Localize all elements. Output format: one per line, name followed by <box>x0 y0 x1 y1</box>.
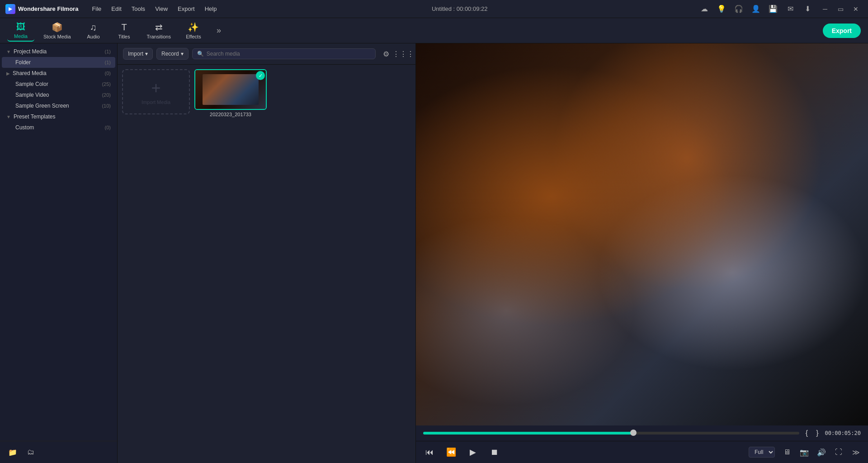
media-tab[interactable]: 🖼 Media <box>7 20 34 42</box>
export-button[interactable]: Export <box>823 24 861 38</box>
custom-count: (0) <box>105 125 111 130</box>
menu-bar: File Edit Tools View Export Help <box>87 4 221 14</box>
menu-help[interactable]: Help <box>200 4 222 14</box>
save-icon[interactable]: 💾 <box>767 3 779 15</box>
close-button[interactable]: ✕ <box>849 2 863 16</box>
import-dropdown-arrow[interactable]: ▾ <box>145 51 148 57</box>
filter-button[interactable]: ⚙ <box>379 47 393 61</box>
transitions-tab[interactable]: ⇄ Transitions <box>142 20 176 41</box>
effects-label: Effects <box>186 34 201 39</box>
folder-item[interactable]: Folder (1) <box>2 57 115 68</box>
audio-tab[interactable]: ♫ Audio <box>80 20 107 41</box>
avatar-icon[interactable]: 👤 <box>750 3 762 15</box>
sample-color-label: Sample Color <box>15 81 102 87</box>
audio-icon: ♫ <box>90 22 97 33</box>
app-name: Wondershare Filmora <box>18 5 78 12</box>
transitions-icon: ⇄ <box>155 22 163 33</box>
preview-progress-bar-container: { } 00:00:05:20 <box>416 425 868 441</box>
media-filename: 20220323_201733 <box>194 112 267 117</box>
time-display: 00:00:05:20 <box>825 430 861 436</box>
project-media-count: (1) <box>105 49 111 54</box>
download-icon[interactable]: ⬇ <box>801 3 814 15</box>
folder-count: (1) <box>105 60 111 65</box>
effects-tab[interactable]: ✨ Effects <box>180 20 207 41</box>
custom-label: Custom <box>15 124 105 131</box>
more-icon[interactable]: ≫ <box>849 445 863 459</box>
record-label: Record <box>161 51 179 57</box>
effects-icon: ✨ <box>188 22 199 33</box>
record-dropdown-arrow[interactable]: ▾ <box>181 51 184 57</box>
topbar-icons: ☁ 💡 🎧 👤 💾 ✉ ⬇ <box>698 3 814 15</box>
cloud-icon[interactable]: ☁ <box>698 3 711 15</box>
play-button[interactable]: ▶ <box>465 444 481 460</box>
more-tools-button[interactable]: » <box>211 23 227 39</box>
progress-fill <box>423 432 634 435</box>
stock-media-label: Stock Media <box>43 34 71 39</box>
menu-export[interactable]: Export <box>173 4 199 14</box>
shared-media-count: (0) <box>105 71 111 76</box>
record-button[interactable]: Record ▾ <box>156 48 189 60</box>
maximize-button[interactable]: ▭ <box>834 2 847 16</box>
import-placeholder[interactable]: + Import Media <box>122 69 190 114</box>
topbar: ▶ Wondershare Filmora File Edit Tools Vi… <box>0 0 868 18</box>
media-thumbnail[interactable]: ✓ 20220323_201733 <box>194 69 267 117</box>
menu-file[interactable]: File <box>87 4 106 14</box>
sample-color-item[interactable]: Sample Color (25) <box>2 79 115 90</box>
left-panel-footer: 📁 🗂 <box>0 441 117 463</box>
app-icon: ▶ <box>5 4 15 14</box>
titles-icon: T <box>121 22 127 33</box>
media-icon: 🖼 <box>16 22 25 32</box>
project-media-item[interactable]: ▼ Project Media (1) <box>2 46 115 57</box>
titles-tab[interactable]: T Titles <box>111 20 138 41</box>
sample-green-screen-count: (10) <box>102 103 111 109</box>
titles-label: Titles <box>118 34 130 39</box>
playback-controls: ⏮ ⏪ ▶ ⏹ Full 🖥 📷 🔊 ⛶ ≫ <box>416 441 868 463</box>
progress-thumb[interactable] <box>630 430 637 436</box>
shared-media-item[interactable]: ▶ Shared Media (0) <box>2 68 115 79</box>
preset-templates-item[interactable]: ▼ Preset Templates <box>2 111 115 122</box>
delete-folder-button[interactable]: 🗂 <box>24 445 38 459</box>
out-point-button[interactable]: } <box>814 428 820 438</box>
sample-color-count: (25) <box>102 81 111 87</box>
folder-label: Folder <box>15 59 105 66</box>
screenshot-icon[interactable]: 📷 <box>797 445 811 459</box>
sample-video-item[interactable]: Sample Video (20) <box>2 90 115 100</box>
search-input[interactable] <box>207 51 371 57</box>
step-back-button[interactable]: ⏪ <box>443 444 459 460</box>
bulb-icon[interactable]: 💡 <box>715 3 728 15</box>
in-point-button[interactable]: { <box>804 428 810 438</box>
preset-templates-label: Preset Templates <box>14 113 111 120</box>
menu-edit[interactable]: Edit <box>107 4 126 14</box>
grid-view-button[interactable]: ⋮⋮⋮ <box>396 47 410 61</box>
left-panel: ▼ Project Media (1) Folder (1) ▶ Shared … <box>0 43 118 463</box>
progress-bar[interactable] <box>423 432 799 435</box>
minimize-button[interactable]: ─ <box>818 2 832 16</box>
mail-icon[interactable]: ✉ <box>784 3 797 15</box>
preview-video <box>416 43 868 425</box>
preset-expand-arrow: ▼ <box>6 114 11 119</box>
import-media-text: Import Media <box>142 99 170 105</box>
import-button[interactable]: Import ▾ <box>123 48 153 60</box>
quality-select[interactable]: Full <box>749 447 775 458</box>
search-box[interactable]: 🔍 <box>192 48 376 59</box>
fullscreen-icon[interactable]: ⛶ <box>832 445 845 459</box>
screen-icon[interactable]: 🖥 <box>780 445 794 459</box>
stop-button[interactable]: ⏹ <box>486 444 503 460</box>
sample-green-screen-item[interactable]: Sample Green Screen (10) <box>2 100 115 111</box>
audio-label: Audio <box>87 34 99 39</box>
new-folder-button[interactable]: 📁 <box>5 445 20 459</box>
shared-expand-arrow: ▶ <box>6 71 10 76</box>
audio-vol-icon[interactable]: 🔊 <box>815 445 828 459</box>
headphones-icon[interactable]: 🎧 <box>732 3 745 15</box>
menu-view[interactable]: View <box>151 4 172 14</box>
menu-tools[interactable]: Tools <box>127 4 150 14</box>
skip-back-button[interactable]: ⏮ <box>421 444 438 460</box>
sample-green-screen-label: Sample Green Screen <box>15 103 102 109</box>
selected-check: ✓ <box>256 71 265 80</box>
plus-icon: + <box>151 79 160 98</box>
custom-item[interactable]: Custom (0) <box>2 122 115 133</box>
preview-panel: { } 00:00:05:20 ⏮ ⏪ ▶ ⏹ Full 🖥 📷 🔊 ⛶ ≫ <box>416 43 868 463</box>
project-media-label: Project Media <box>14 48 105 55</box>
stock-media-tab[interactable]: 📦 Stock Media <box>38 20 76 41</box>
app-logo: ▶ Wondershare Filmora <box>5 4 78 14</box>
